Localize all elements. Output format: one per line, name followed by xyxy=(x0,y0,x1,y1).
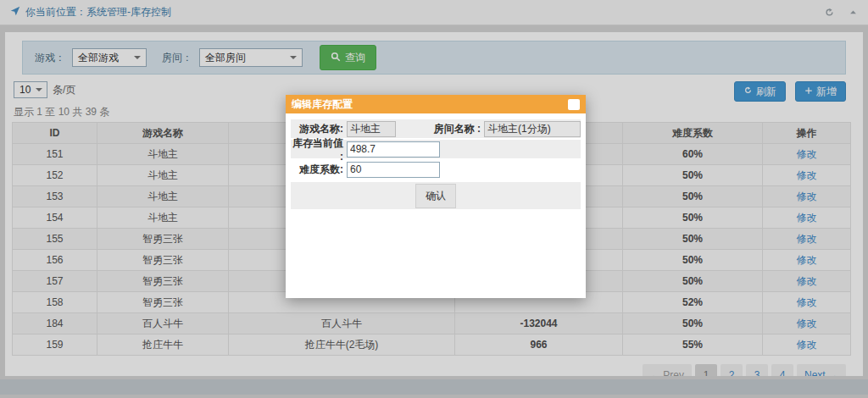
room-name-field xyxy=(484,121,581,137)
modal-row-difficulty: 难度系数: xyxy=(291,160,581,179)
modal-footer: 确认 xyxy=(291,182,581,209)
close-icon[interactable] xyxy=(568,99,580,110)
modal-row-stock: 库存当前值 : xyxy=(291,140,581,158)
modal-header: 编辑库存配置 xyxy=(286,95,586,113)
game-name-label: 游戏名称: xyxy=(291,122,347,136)
difficulty-label: 难度系数: xyxy=(291,163,347,177)
modal-title: 编辑库存配置 xyxy=(292,97,353,112)
stock-value-label: 库存当前值 : xyxy=(291,136,347,163)
difficulty-field[interactable] xyxy=(347,162,440,178)
room-name-label: 房间名称 : xyxy=(423,122,484,136)
confirm-button[interactable]: 确认 xyxy=(415,184,456,208)
stock-value-field[interactable] xyxy=(347,141,440,158)
edit-inventory-modal: 编辑库存配置 游戏名称: 房间名称 : 库存当前值 : 难度系数: 确认 xyxy=(286,95,586,298)
game-name-field xyxy=(347,121,396,137)
